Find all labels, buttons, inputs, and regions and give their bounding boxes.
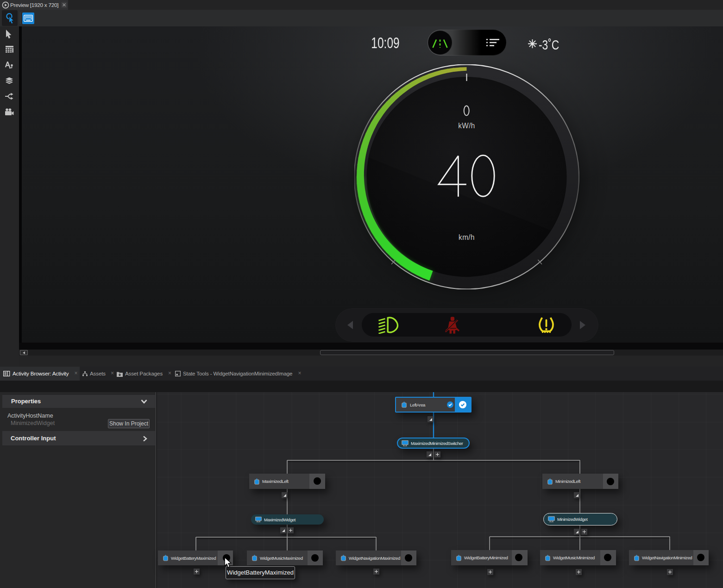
svg-text:kW/h: kW/h [458,121,475,130]
svg-text:km/h: km/h [459,232,475,241]
